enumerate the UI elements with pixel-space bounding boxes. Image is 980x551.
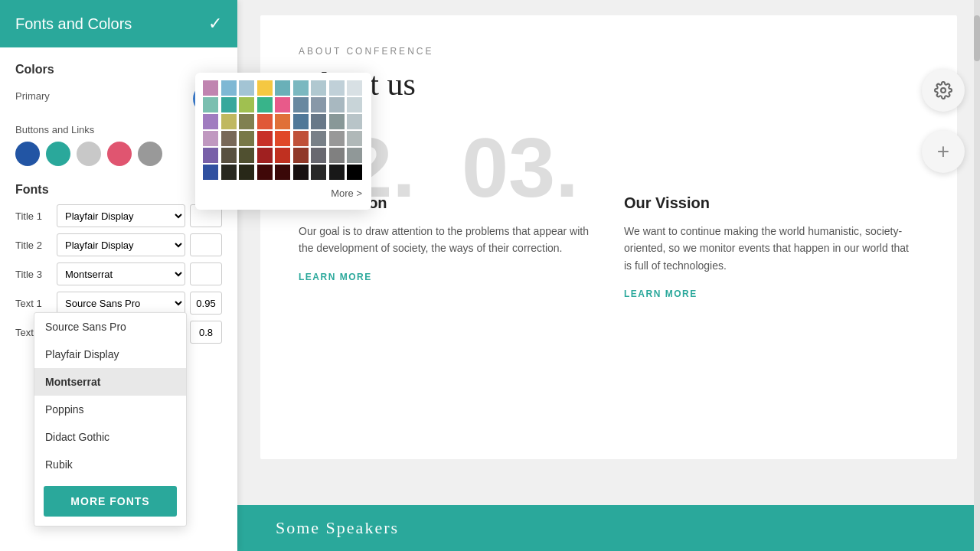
color-cell[interactable] xyxy=(293,148,309,163)
vision-text: We want to continue making the world hum… xyxy=(624,223,919,274)
color-cell[interactable] xyxy=(239,165,254,180)
font-row-title3: Title 3 Montserrat Playfair Display Sour… xyxy=(15,262,222,285)
color-cell[interactable] xyxy=(257,97,273,112)
font-select-text1[interactable]: Source Sans Pro Playfair Display Montser… xyxy=(57,292,185,315)
color-cell[interactable] xyxy=(257,148,273,163)
font-row-title1: Title 1 Playfair Display Montserrat Sour… xyxy=(15,204,222,227)
color-cell[interactable] xyxy=(275,148,290,163)
scrollbar-track[interactable] xyxy=(974,0,980,551)
color-cell[interactable] xyxy=(239,114,254,129)
color-cell[interactable] xyxy=(221,148,237,163)
color-cell[interactable] xyxy=(329,114,345,129)
font-label-title3: Title 3 xyxy=(15,269,52,280)
color-cell[interactable] xyxy=(293,114,309,129)
color-cell[interactable] xyxy=(203,131,218,146)
color-cell[interactable] xyxy=(221,97,237,112)
color-cell[interactable] xyxy=(239,80,254,96)
mission-learn-more[interactable]: LEARN MORE xyxy=(299,272,372,282)
color-cell[interactable] xyxy=(329,97,345,112)
font-option-rubik[interactable]: Rubik xyxy=(34,451,186,478)
confirm-button[interactable]: ✓ xyxy=(208,14,222,34)
color-cell[interactable] xyxy=(221,114,237,129)
color-cell[interactable] xyxy=(257,131,273,146)
swatch-blue-dark[interactable] xyxy=(15,142,40,166)
colors-section-label: Colors xyxy=(15,63,222,77)
font-select-title3[interactable]: Montserrat Playfair Display Source Sans … xyxy=(57,262,185,285)
gear-button[interactable] xyxy=(922,69,965,112)
font-label-text1: Text 1 xyxy=(15,298,52,309)
color-cell[interactable] xyxy=(347,80,362,96)
color-cell[interactable] xyxy=(257,80,273,96)
vision-block: Our Vission We want to continue making t… xyxy=(624,194,919,300)
color-cell[interactable] xyxy=(275,80,290,96)
color-cell[interactable] xyxy=(275,165,290,180)
color-cell[interactable] xyxy=(203,148,218,163)
mission-block: Our Mission Our goal is to draw attentio… xyxy=(299,194,593,300)
color-cell[interactable] xyxy=(203,114,218,129)
font-select-title1[interactable]: Playfair Display Montserrat Source Sans … xyxy=(57,204,185,227)
font-option-didact[interactable]: Didact Gothic xyxy=(34,423,186,451)
panel-title: Fonts and Colors xyxy=(15,15,132,33)
color-cell[interactable] xyxy=(293,80,309,96)
mission-row: Our Mission Our goal is to draw attentio… xyxy=(299,194,919,300)
add-button[interactable]: + xyxy=(922,130,965,173)
font-value-text1[interactable] xyxy=(190,292,222,315)
color-more-link[interactable]: More > xyxy=(203,187,364,199)
color-cell[interactable] xyxy=(329,148,345,163)
fonts-section-label: Fonts xyxy=(15,183,222,197)
font-label-title2: Title 2 xyxy=(15,240,52,251)
color-cell[interactable] xyxy=(275,97,290,112)
color-cell[interactable] xyxy=(311,97,326,112)
color-cell[interactable] xyxy=(347,148,362,163)
color-cell[interactable] xyxy=(239,131,254,146)
color-cell[interactable] xyxy=(239,148,254,163)
color-cell[interactable] xyxy=(275,114,290,129)
color-cell[interactable] xyxy=(221,131,237,146)
color-cell[interactable] xyxy=(203,97,218,112)
color-cell[interactable] xyxy=(311,131,326,146)
font-option-montserrat[interactable]: Montserrat xyxy=(34,368,186,396)
primary-label: Primary xyxy=(15,90,50,102)
vision-learn-more[interactable]: LEARN MORE xyxy=(624,289,697,299)
color-cell[interactable] xyxy=(329,165,345,180)
color-cell[interactable] xyxy=(311,80,326,96)
vision-title: Our Vission xyxy=(624,194,919,212)
color-cell[interactable] xyxy=(293,165,309,180)
color-cell[interactable] xyxy=(329,131,345,146)
font-option-poppins[interactable]: Poppins xyxy=(34,396,186,423)
color-cell[interactable] xyxy=(257,165,273,180)
color-cell[interactable] xyxy=(311,148,326,163)
color-cell[interactable] xyxy=(347,97,362,112)
font-row-text1: Text 1 Source Sans Pro Playfair Display … xyxy=(15,292,222,315)
font-value-title3[interactable] xyxy=(190,262,222,285)
color-cell[interactable] xyxy=(221,165,237,180)
font-value-title2[interactable] xyxy=(190,233,222,256)
swatch-pink-red[interactable] xyxy=(107,142,132,166)
color-cell[interactable] xyxy=(293,131,309,146)
font-value-text2[interactable] xyxy=(190,321,222,344)
color-cell[interactable] xyxy=(221,80,237,96)
color-cell[interactable] xyxy=(347,165,362,180)
bottom-stripe: Some Speakers xyxy=(237,505,980,551)
color-cell[interactable] xyxy=(347,131,362,146)
color-cell[interactable] xyxy=(311,165,326,180)
color-cell[interactable] xyxy=(311,114,326,129)
mission-text: Our goal is to draw attention to the pro… xyxy=(299,223,593,257)
swatch-teal[interactable] xyxy=(46,142,70,166)
color-cell[interactable] xyxy=(203,80,218,96)
color-cell[interactable] xyxy=(239,97,254,112)
swatch-light-gray[interactable] xyxy=(77,142,101,166)
color-cell[interactable] xyxy=(293,97,309,112)
swatch-gray[interactable] xyxy=(138,142,162,166)
scrollbar-thumb[interactable] xyxy=(974,15,980,61)
color-cell[interactable] xyxy=(257,114,273,129)
color-cell[interactable] xyxy=(203,165,218,180)
font-option-source-sans[interactable]: Source Sans Pro xyxy=(34,313,186,341)
color-cell[interactable] xyxy=(347,114,362,129)
font-select-title2[interactable]: Playfair Display Montserrat Source Sans … xyxy=(57,233,185,256)
font-option-playfair[interactable]: Playfair Display xyxy=(34,341,186,368)
bottom-text: Some Speakers xyxy=(276,518,399,538)
more-fonts-button[interactable]: MORE FONTS xyxy=(44,486,177,517)
color-cell[interactable] xyxy=(275,131,290,146)
color-cell[interactable] xyxy=(329,80,345,96)
